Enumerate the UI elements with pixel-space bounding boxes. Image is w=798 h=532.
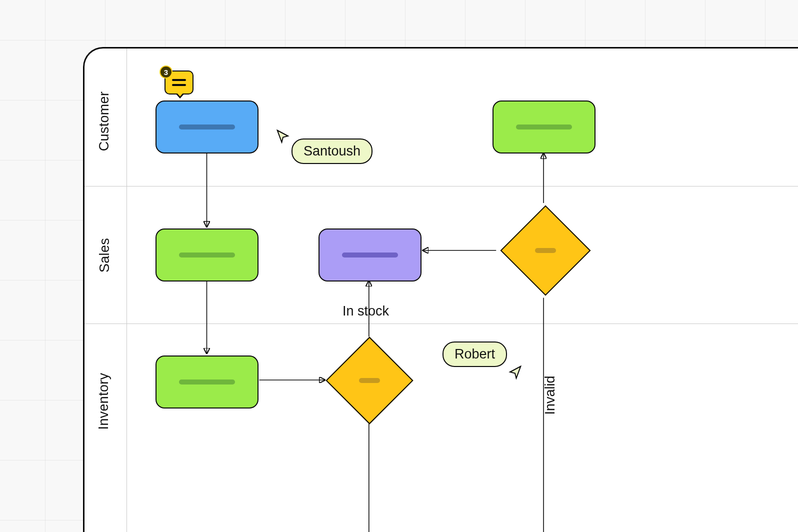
- lane-label-customer: Customer: [96, 92, 112, 151]
- task-node[interactable]: [156, 100, 258, 154]
- comment-line-icon: [172, 79, 186, 81]
- lane-label-inventory: Inventory: [96, 373, 112, 430]
- lane-separator: [84, 324, 798, 324]
- collaborator-cursor-tag: Robert: [442, 342, 507, 367]
- collaborator-cursor-tag: Santoush: [292, 138, 372, 164]
- comment-icon[interactable]: 3: [164, 70, 194, 94]
- task-label-placeholder: [179, 252, 235, 258]
- task-node[interactable]: [156, 356, 258, 408]
- task-node[interactable]: [492, 100, 596, 154]
- cursor-icon: [508, 364, 522, 380]
- task-label-placeholder: [516, 124, 572, 130]
- lane-label-divider: [126, 48, 127, 532]
- task-label-placeholder: [179, 124, 235, 130]
- task-node[interactable]: [156, 228, 258, 282]
- gateway-label-placeholder: [535, 248, 556, 253]
- edge-label: Invalid: [542, 376, 558, 414]
- comment-count-badge: 3: [160, 66, 172, 78]
- gateway-label-placeholder: [359, 378, 380, 383]
- gateway-node[interactable]: [500, 205, 590, 296]
- cursor-icon: [276, 128, 290, 144]
- task-label-placeholder: [342, 252, 398, 258]
- comment-line-icon: [172, 84, 186, 86]
- task-node[interactable]: [318, 228, 422, 282]
- edge-label: In stock: [342, 304, 389, 319]
- gateway-node[interactable]: [326, 336, 413, 424]
- lane-label-sales: Sales: [97, 238, 112, 272]
- lane-separator: [84, 186, 798, 186]
- task-label-placeholder: [179, 380, 235, 384]
- swimlane-panel[interactable]: Customer Sales Inventory 3: [83, 47, 798, 532]
